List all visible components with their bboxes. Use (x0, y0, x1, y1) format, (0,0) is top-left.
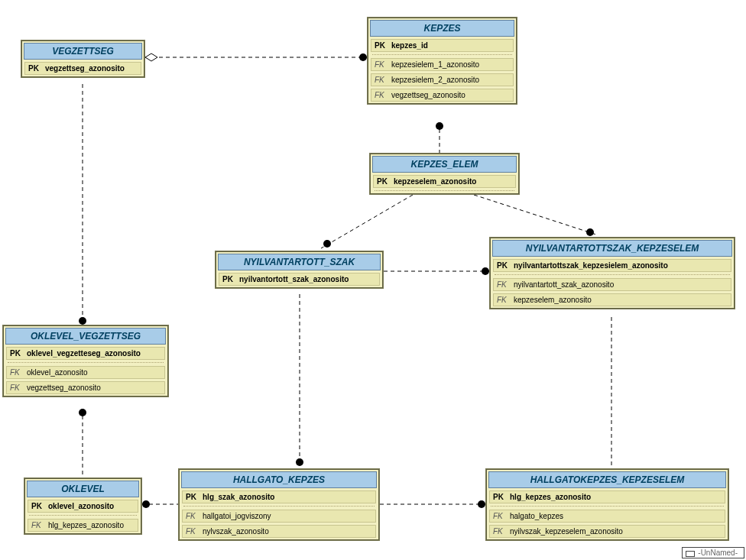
svg-point-7 (296, 458, 303, 466)
pk-row: PKnyilvantortott_szak_azonosito (219, 273, 380, 286)
svg-marker-0 (145, 53, 157, 61)
pk-row: PKoklevel_azonosito (28, 500, 138, 513)
entity-kepzes[interactable]: KEPZES PKkepzes_id FKkepzesielem_1_azono… (367, 17, 517, 105)
entity-title: NYILVANTARTOTTSZAK_KEPZESELEM (492, 240, 732, 257)
svg-point-5 (586, 228, 594, 236)
fk-row: FKnylvszak_azonosito (182, 525, 376, 538)
svg-point-4 (323, 240, 331, 248)
fk-row: FKhallgatoi_jogviszony (182, 510, 376, 523)
entity-kepzes-elem[interactable]: KEPZES_ELEM PKkepzeselem_azonosito (369, 153, 520, 195)
entity-title: OKLEVEL (27, 481, 139, 497)
entity-title: OKLEVEL_VEGZETTSEG (5, 328, 166, 345)
pk-row: PKkepzes_id (371, 39, 514, 52)
svg-point-10 (142, 500, 150, 508)
entity-title: HALLGATO_KEPZES (181, 471, 377, 488)
entity-oklevel[interactable]: OKLEVEL PKoklevel_azonosito FKhlg_kepzes… (24, 477, 142, 535)
svg-point-6 (482, 267, 489, 275)
entity-nyilvantartott-szak[interactable]: NYILVANTARTOTT_SZAK PKnyilvantortott_sza… (215, 251, 384, 289)
fk-row: FKvegzettseg_azonosito (371, 89, 514, 102)
svg-point-1 (359, 53, 367, 61)
fk-row: FKhalgato_kepzes (489, 510, 725, 523)
entity-hallgatokepzes-kepzeselem[interactable]: HALLGATOKEPZES_KEPZESELEM PKhlg_kepzes_a… (485, 468, 729, 541)
entity-title: VEGZETTSEG (24, 43, 142, 60)
svg-point-8 (478, 500, 485, 508)
pk-row: PKnyilvantartottszak_kepzesielem_azonosi… (493, 259, 731, 272)
entity-title: HALLGATOKEPZES_KEPZESELEM (488, 471, 726, 488)
entity-hallgato-kepzes[interactable]: HALLGATO_KEPZES PKhlg_szak_azonosito FKh… (178, 468, 380, 541)
fk-row: FKvegzettseg_azonosito (6, 381, 165, 394)
fk-row: FKnyilvantartott_szak_azonosito (493, 278, 731, 291)
pk-row: PKkepzeselem_azonosito (373, 175, 516, 188)
watermark-label: -UnNamed- (682, 547, 744, 558)
fk-row: FKnyilvszak_kepzeselem_azonosito (489, 525, 725, 538)
entity-title: KEPZES_ELEM (372, 156, 517, 173)
pk-row: PKvegzettseg_azonosito (24, 62, 141, 75)
entity-title: KEPZES (370, 20, 514, 37)
fk-row: FKkepzesielem_2_azonosito (371, 73, 514, 86)
fk-row: FKkepzeselem_azonosito (493, 293, 731, 306)
pk-row: PKhlg_szak_azonosito (182, 490, 376, 503)
entity-oklevel-vegzettseg[interactable]: OKLEVEL_VEGZETTSEG PKoklevel_vegzetteseg… (2, 325, 169, 397)
fk-row: FKoklevel_azonosito (6, 366, 165, 379)
entity-vegzettseg[interactable]: VEGZETTSEG PKvegzettseg_azonosito (21, 40, 145, 78)
fk-row: FKkepzesielem_1_azonosito (371, 58, 514, 71)
pk-row: PKoklevel_vegzetteseg_azonosito (6, 347, 165, 360)
entity-nyilvantartottszak-kepzeselem[interactable]: NYILVANTARTOTTSZAK_KEPZESELEM PKnyilvant… (489, 237, 735, 309)
svg-point-9 (79, 409, 86, 416)
entity-title: NYILVANTARTOTT_SZAK (218, 254, 381, 270)
fk-row: FKhlg_kepzes_azonosito (28, 519, 138, 532)
svg-point-2 (79, 317, 86, 325)
pk-row: PKhlg_kepzes_azonosito (489, 490, 725, 503)
svg-point-3 (436, 122, 443, 130)
